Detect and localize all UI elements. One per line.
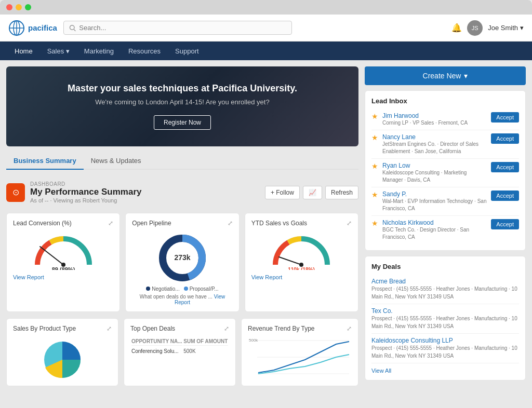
logo[interactable]: pacifica xyxy=(8,20,57,36)
lead-star-icon: ★ xyxy=(371,219,378,227)
right-column: Create New ▾ Lead Inbox ★ Jim Harwood Co… xyxy=(365,66,526,386)
left-column: Master your sales techniques at Pacifica… xyxy=(6,66,358,386)
lead-star-icon: ★ xyxy=(371,162,378,170)
accept-ryan-button[interactable]: Accept xyxy=(491,162,519,172)
deal-company-acme[interactable]: Acme Bread xyxy=(371,278,519,285)
refresh-button[interactable]: Refresh xyxy=(325,186,358,199)
lead-item-jim-harwood: ★ Jim Harwood Corning LP · VP Sales · Fr… xyxy=(371,109,519,130)
ytd-sales-gauge: 110k (18%) 10 to 2000 xyxy=(251,231,352,270)
tab-business-summary[interactable]: Business Summary xyxy=(6,153,84,170)
minimize-dot[interactable] xyxy=(16,4,22,10)
nav-item-home[interactable]: Home xyxy=(8,44,39,58)
refresh-label: Refresh xyxy=(331,189,353,196)
chart-button[interactable]: 📈 xyxy=(303,186,322,199)
lead-conversion-expand-icon[interactable]: ⤢ xyxy=(108,220,113,227)
dashboard-actions: + Follow 📈 Refresh xyxy=(265,186,358,199)
deal-name-1[interactable]: Conferencing Solu... xyxy=(131,347,182,356)
create-new-dropdown-icon: ▾ xyxy=(464,72,468,80)
accept-nicholas-button[interactable]: Accept xyxy=(491,219,519,229)
search-input[interactable] xyxy=(79,24,286,32)
lead-star-icon: ★ xyxy=(371,191,378,199)
lead-conversion-gauge-svg: 89 (89%) 167 to 1000 xyxy=(30,231,97,270)
main-nav: Home Sales ▾ Marketing Resources Support xyxy=(0,42,532,60)
revenue-trend-title: Revenue Trend By Type ⤢ xyxy=(248,325,352,332)
svg-line-5 xyxy=(74,29,75,31)
user-menu[interactable]: Joe Smith ▾ xyxy=(488,24,524,32)
lead-item-ryan-low: ★ Ryan Low Kaleidoscope Consulting · Mar… xyxy=(371,159,519,187)
svg-point-15 xyxy=(299,263,303,267)
dashboard-label: DASHBOARD xyxy=(30,181,260,187)
lead-name-ryan[interactable]: Ryan Low xyxy=(382,162,487,169)
lead-conversion-title: Lead Conversion (%) ⤢ xyxy=(13,220,113,227)
lead-info-ryan: Ryan Low Kaleidoscope Consulting · Marke… xyxy=(382,162,487,184)
my-deals-title: My Deals xyxy=(371,263,519,270)
hero-subtext: We're coming to London April 14-15! Are … xyxy=(95,98,269,106)
revenue-trend-chart: 500k xyxy=(248,336,352,379)
ytd-sales-expand-icon[interactable]: ⤢ xyxy=(347,220,352,227)
sales-by-product-chart xyxy=(13,336,112,378)
revenue-trend-expand-icon[interactable]: ⤢ xyxy=(347,325,352,332)
lead-conversion-card: Lead Conversion (%) ⤢ xyxy=(6,213,120,312)
nav-item-resources[interactable]: Resources xyxy=(122,44,167,58)
lead-item-sandy: ★ Sandy P. Wal-Mart · EVP Information Te… xyxy=(371,187,519,216)
maximize-dot[interactable] xyxy=(25,4,31,10)
lead-item-nancy-lane: ★ Nancy Lane JetStream Engines Co. · Dir… xyxy=(371,130,519,159)
logo-text: pacifica xyxy=(28,23,57,32)
dashboard-info: DASHBOARD My Performance Summary As of -… xyxy=(30,181,260,203)
dashboard-subtitle: As of -- · Viewing as Robert Young xyxy=(30,197,260,203)
nav-item-marketing[interactable]: Marketing xyxy=(78,44,120,58)
svg-line-14 xyxy=(279,257,301,265)
pipeline-view-report[interactable]: View Report xyxy=(175,294,225,305)
top-open-deals-expand-icon[interactable]: ⤢ xyxy=(224,325,229,332)
accept-nancy-button[interactable]: Accept xyxy=(491,133,519,144)
avatar[interactable]: JS xyxy=(467,20,483,36)
sales-by-product-title: Sales By Product Type ⤢ xyxy=(13,325,112,332)
deal-details-tex: Prospect · (415) 555-5555 · Heather Jone… xyxy=(371,315,519,330)
sales-pie-svg xyxy=(39,336,86,378)
ytd-sales-view-report[interactable]: View Report xyxy=(251,274,352,280)
nav-item-support[interactable]: Support xyxy=(169,44,205,58)
view-all-deals-link[interactable]: View All xyxy=(371,368,519,374)
lead-name-sandy[interactable]: Sandy P. xyxy=(382,191,487,198)
follow-button[interactable]: + Follow xyxy=(265,186,300,199)
lead-item-nicholas: ★ Nicholas Kirkwood BGC Tech Co. · Desig… xyxy=(371,216,519,244)
open-pipeline-card: Open Pipeline ⤢ 273k xyxy=(125,213,239,312)
revenue-trend-card: Revenue Trend By Type ⤢ 500k xyxy=(241,318,358,386)
accept-sandy-button[interactable]: Accept xyxy=(491,191,519,201)
kpi-grid: Lead Conversion (%) ⤢ xyxy=(6,213,358,312)
section-tabs: Business Summary News & Updates xyxy=(6,153,358,170)
ytd-sales-title: YTD Sales vs Goals ⤢ xyxy=(251,220,352,227)
create-new-button[interactable]: Create New ▾ xyxy=(365,66,526,85)
top-open-deals-card: Top Open Deals ⤢ OPPORTUNITY NA... SUM O… xyxy=(124,318,236,386)
svg-text:110k (18%): 110k (18%) xyxy=(288,267,315,270)
open-pipeline-legend: Negotiatio... Proposal/P... xyxy=(146,286,218,292)
lead-name-nicholas[interactable]: Nicholas Kirkwood xyxy=(382,219,487,226)
nav-item-sales[interactable]: Sales ▾ xyxy=(41,44,76,58)
lead-name-nancy[interactable]: Nancy Lane xyxy=(382,133,487,141)
open-pipeline-expand-icon[interactable]: ⤢ xyxy=(228,220,233,227)
deal-amount-1: 500K xyxy=(183,347,228,356)
lead-details-nicholas: BGC Tech Co. · Design Director · San Fra… xyxy=(382,226,487,241)
deal-company-tex[interactable]: Tex Co. xyxy=(371,307,519,315)
notifications-bell-icon[interactable]: 🔔 xyxy=(451,23,462,33)
user-dropdown-icon: ▾ xyxy=(520,24,524,32)
deal-details-kaleidoscope: Prospect · (415) 555-5555 · Heather Jone… xyxy=(371,344,519,360)
sales-by-product-expand-icon[interactable]: ⤢ xyxy=(107,325,112,332)
dashboard-header: ⊙ DASHBOARD My Performance Summary As of… xyxy=(6,176,358,207)
lead-details-sandy: Wal-Mart · EVP Information Technology · … xyxy=(382,198,487,212)
tab-news-updates[interactable]: News & Updates xyxy=(84,153,149,170)
search-bar[interactable] xyxy=(63,21,292,35)
svg-text:273k: 273k xyxy=(174,253,190,262)
close-dot[interactable] xyxy=(6,4,12,10)
pipeline-note: What open deals do we have ... View Repo… xyxy=(132,294,232,305)
svg-line-6 xyxy=(40,247,63,265)
accept-jim-button[interactable]: Accept xyxy=(491,112,519,123)
lead-details-jim: Corning LP · VP Sales · Fremont, CA xyxy=(382,119,487,127)
top-bar: pacifica 🔔 JS Joe Smith ▾ xyxy=(0,15,532,42)
deal-company-kaleidoscope[interactable]: Kaleidoscope Consulting LLP xyxy=(371,337,519,344)
register-now-button[interactable]: Register Now xyxy=(154,115,211,130)
deal-item-tex: Tex Co. Prospect · (415) 555-5555 · Heat… xyxy=(371,304,519,334)
sales-by-product-card: Sales By Product Type ⤢ xyxy=(6,318,118,386)
lead-conversion-view-report[interactable]: View Report xyxy=(13,274,113,280)
lead-name-jim[interactable]: Jim Harwood xyxy=(382,112,487,119)
